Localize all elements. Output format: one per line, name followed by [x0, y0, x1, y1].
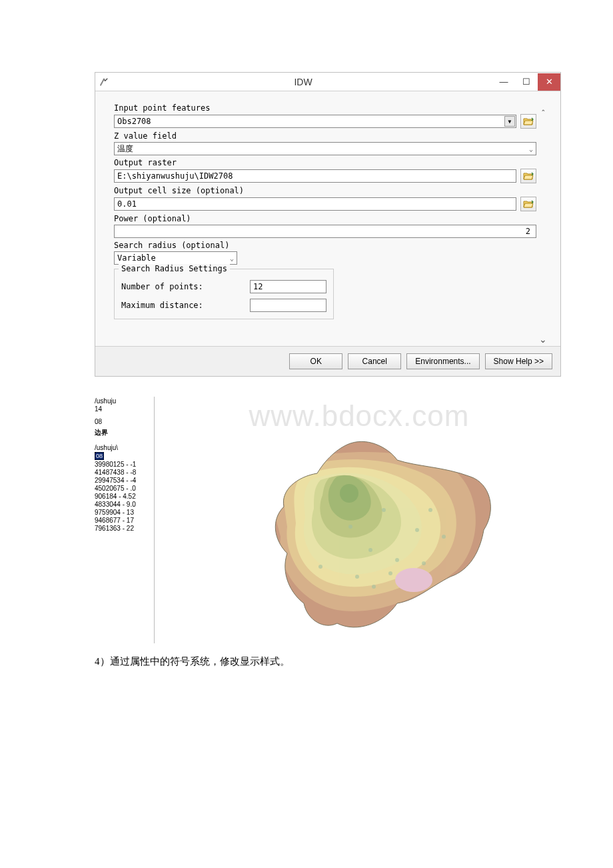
- svg-point-13: [422, 561, 426, 565]
- toc-class[interactable]: 906184 - 4.52: [95, 493, 153, 500]
- cellsize-label: Output cell size (optional): [114, 186, 536, 195]
- svg-point-1: [395, 568, 432, 592]
- cancel-button[interactable]: Cancel: [348, 353, 401, 369]
- maxdist-label: Maximum distance:: [121, 301, 243, 310]
- fieldset-legend: Search Radius Settings: [119, 264, 230, 273]
- toc-class[interactable]: 9468677 - 17: [95, 517, 153, 524]
- folder-open-icon: [523, 171, 534, 181]
- power-label: Power (optional): [114, 214, 536, 223]
- toc-class[interactable]: 45020675 - .0: [95, 485, 153, 492]
- raster-map: [217, 430, 504, 637]
- output-raster-label: Output raster: [114, 158, 536, 167]
- minimize-button[interactable]: —: [492, 73, 515, 91]
- svg-point-7: [415, 528, 419, 532]
- svg-point-3: [348, 525, 352, 529]
- chevron-down-icon[interactable]: ⌄: [529, 145, 533, 153]
- toc-class[interactable]: 4833044 - 9.0: [95, 501, 153, 508]
- browse-cellsize-button[interactable]: [520, 197, 536, 211]
- toc-class[interactable]: 41487438 - -8: [95, 469, 153, 476]
- svg-point-4: [368, 548, 372, 552]
- numpoints-label: Number of points:: [121, 282, 243, 291]
- toc-item[interactable]: 14: [95, 405, 153, 413]
- input-point-value: Obs2708: [117, 117, 151, 126]
- show-help-button[interactable]: Show Help >>: [485, 353, 552, 369]
- folder-open-icon: [523, 199, 534, 209]
- maximize-button[interactable]: ☐: [515, 73, 538, 91]
- svg-point-6: [395, 558, 399, 562]
- watermark-text: www.bdocx.com: [249, 399, 470, 433]
- dialog-footer: OK Cancel Environments... Show Help >>: [95, 346, 560, 376]
- svg-point-5: [382, 508, 386, 512]
- toc-item[interactable]: /ushuju: [95, 397, 153, 405]
- toc-panel: /ushuju 14 08 边界 /ushuju\ 08 39980125 - …: [95, 397, 155, 643]
- svg-point-2: [318, 565, 322, 569]
- scroll-up-icon[interactable]: ꞈ: [542, 102, 545, 113]
- power-input[interactable]: [114, 225, 536, 238]
- output-raster-input[interactable]: [114, 169, 516, 183]
- svg-point-9: [355, 575, 359, 579]
- map-canvas[interactable]: www.bdocx.com: [157, 397, 561, 643]
- searchradius-combo[interactable]: Variable ⌄: [114, 251, 237, 265]
- dialog-title: IDW: [114, 77, 492, 87]
- environments-button[interactable]: Environments...: [406, 353, 479, 369]
- scroll-area[interactable]: ꞈ ⌄: [536, 101, 547, 346]
- toc-item[interactable]: 边界: [95, 428, 153, 437]
- svg-point-10: [372, 585, 376, 589]
- input-point-label: Input point features: [114, 103, 536, 113]
- folder-open-icon: [523, 117, 534, 126]
- search-radius-settings: Search Radius Settings Number of points:…: [114, 269, 334, 319]
- idw-dialog: IDW — ☐ ✕ Input point features Obs2708 ▼: [95, 72, 561, 377]
- numpoints-input[interactable]: [250, 280, 326, 293]
- searchradius-value: Variable: [117, 253, 156, 263]
- toc-selected[interactable]: 08: [95, 452, 104, 460]
- chevron-down-icon[interactable]: ⌄: [230, 255, 234, 262]
- zvalue-combo[interactable]: 温度 ⌄: [114, 142, 536, 155]
- cellsize-input[interactable]: [114, 197, 516, 211]
- window-buttons: — ☐ ✕: [492, 73, 560, 91]
- close-button[interactable]: ✕: [538, 73, 560, 91]
- chevron-down-icon[interactable]: ▼: [504, 116, 515, 127]
- zvalue-label: Z value field: [114, 131, 536, 141]
- ok-button[interactable]: OK: [289, 353, 342, 369]
- svg-point-12: [442, 535, 446, 539]
- toc-item[interactable]: /ushuju\: [95, 444, 153, 451]
- searchradius-label: Search radius (optional): [114, 241, 536, 250]
- scroll-down-icon[interactable]: ⌄: [539, 334, 547, 345]
- dialog-body: Input point features Obs2708 ▼ Z v: [95, 91, 560, 346]
- input-point-combo[interactable]: Obs2708 ▼: [114, 115, 516, 128]
- footnote-text: 4）通过属性中的符号系统，修改显示样式。: [95, 655, 561, 668]
- maxdist-input[interactable]: [250, 299, 326, 312]
- svg-point-0: [340, 484, 358, 503]
- titlebar: IDW — ☐ ✕: [95, 73, 560, 91]
- toc-class[interactable]: 39980125 - -1: [95, 461, 153, 468]
- toc-class[interactable]: 29947534 - -4: [95, 477, 153, 484]
- browse-input-button[interactable]: [520, 114, 536, 129]
- svg-point-8: [428, 508, 432, 512]
- svg-point-11: [388, 571, 392, 575]
- toc-item[interactable]: 08: [95, 418, 153, 425]
- tool-icon: [99, 77, 109, 87]
- toc-class[interactable]: 9759904 - 13: [95, 509, 153, 516]
- browse-output-button[interactable]: [520, 169, 536, 183]
- toc-class[interactable]: 7961363 - 22: [95, 525, 153, 532]
- zvalue-value: 温度: [117, 143, 133, 155]
